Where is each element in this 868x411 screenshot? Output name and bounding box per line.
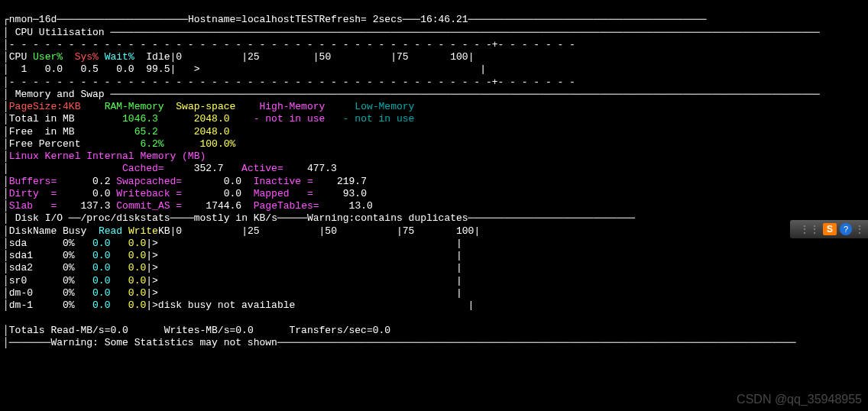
mem-k-row4: │Slab = 137.3 Commit_AS = 1744.6 PageTab… (3, 200, 373, 212)
disk-rows-container: │sda 0% 0.0 0.0|> |│sda1 0% 0.0 0.0|> |│… (3, 238, 865, 312)
disk-title: │ Disk I/O ──/proc/diskstats────mostly i… (3, 212, 635, 224)
cpu-divider2: │- - - - - - - - - - - - - - - - - - - -… (3, 76, 575, 88)
cpu-row: │ 1 0.0 0.5 0.0 99.5| > | (3, 63, 486, 75)
watermark: CSDN @qq_35948955 (737, 393, 862, 406)
disk-row: │sda 0% 0.0 0.0|> | (3, 238, 865, 250)
mem-free: │Free in MB 65.2 2048.0 (3, 126, 230, 138)
header-line: ┌nmon─16d──────────────────────Hostname=… (3, 14, 707, 25)
cpu-cols: │CPU User% Sys% Wait% Idle|0 |25 |50 |75… (3, 51, 474, 63)
mem-total: │Total in MB 1046.3 2048.0 - not in use … (3, 113, 414, 125)
mem-k-row2: │Buffers= 0.2 Swapcached= 0.0 Inactive =… (3, 176, 367, 187)
mem-k-row1: │ Cached= 352.7 Active= 477.3 (3, 163, 337, 174)
disk-totals: │Totals Read-MB/s=0.0 Writes-MB/s=0.0 Tr… (3, 325, 390, 336)
cpu-title: │ CPU Utilisation ──────────────────────… (3, 27, 820, 38)
mem-headers: │PageSize:4KB RAM-Memory Swap-space High… (3, 101, 414, 112)
terminal-screen: ┌nmon─16d──────────────────────Hostname=… (0, 0, 868, 351)
mem-title: │ Memory and Swap ──────────────────────… (3, 89, 820, 100)
mem-kernel-hdr: │Linux Kernel Internal Memory (MB) (3, 150, 206, 162)
ime-toolbar[interactable]: ⋮⋮ S ? ⋮ (790, 220, 868, 238)
bottom-line: │───────Warning: Some Statistics may not… (3, 337, 796, 348)
mem-freep: │Free Percent 6.2% 100.0% (3, 138, 235, 150)
cpu-divider: │- - - - - - - - - - - - - - - - - - - -… (3, 39, 575, 50)
disk-cols: │DiskName Busy Read WriteKB|0 |25 |50 |7… (3, 225, 480, 237)
disk-row: │dm-1 0% 0.0 0.0|>disk busy not availabl… (3, 299, 865, 312)
disk-row: │dm-0 0% 0.0 0.0|> | (3, 287, 865, 299)
s-icon[interactable]: S (823, 223, 837, 235)
help-icon[interactable]: ? (840, 223, 852, 235)
mem-k-row3: │Dirty = 0.0 Writeback = 0.0 Mapped = 93… (3, 188, 367, 199)
menu-icon[interactable]: ⋮ (855, 224, 865, 235)
drag-handle-icon[interactable]: ⋮⋮ (800, 224, 820, 235)
disk-row: │sda1 0% 0.0 0.0|> | (3, 250, 865, 262)
disk-row: │sda2 0% 0.0 0.0|> | (3, 262, 865, 274)
disk-row: │sr0 0% 0.0 0.0|> | (3, 275, 865, 287)
